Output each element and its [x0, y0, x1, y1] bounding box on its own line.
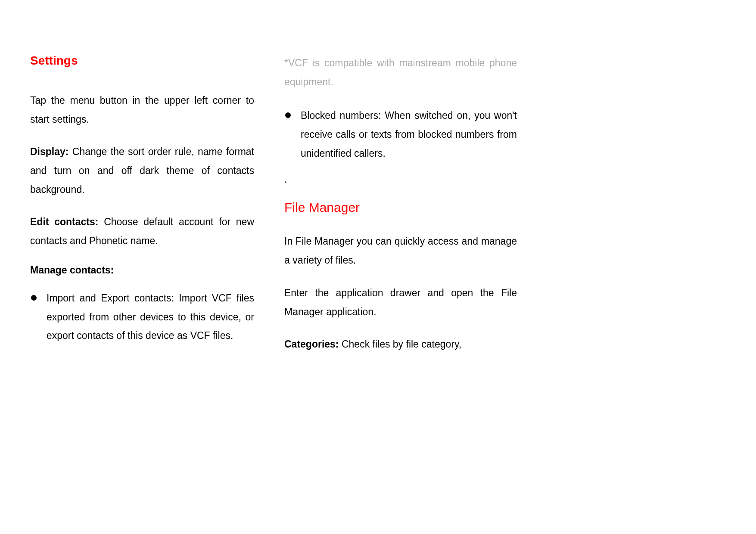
list-item-import-export: Import and Export contacts: Import VCF f…	[30, 289, 254, 345]
vcf-note-text: *VCF is compatible with mainstream mobil…	[284, 54, 517, 91]
right-column: *VCF is compatible with mainstream mobil…	[284, 54, 517, 534]
edit-contacts-label: Edit contacts:	[30, 216, 104, 227]
categories-paragraph: Categories: Check files by file category…	[284, 335, 517, 354]
file-manager-intro-text: In File Manager you can quickly access a…	[284, 232, 517, 270]
settings-intro-text: Tap the menu button in the upper left co…	[30, 91, 254, 129]
display-paragraph: Display: Change the sort order rule, nam…	[30, 143, 254, 199]
display-label: Display:	[30, 146, 72, 157]
file-manager-heading: File Manager	[284, 200, 517, 215]
blocked-numbers-list: Blocked numbers: When switched on, you w…	[284, 106, 517, 163]
file-manager-enter-text: Enter the application drawer and open th…	[284, 284, 517, 321]
edit-contacts-paragraph: Edit contacts: Choose default account fo…	[30, 213, 254, 250]
dot-separator: ·	[284, 176, 517, 187]
manage-contacts-list: Import and Export contacts: Import VCF f…	[30, 289, 254, 345]
settings-heading: Settings	[30, 54, 254, 68]
categories-label: Categories:	[284, 338, 342, 350]
categories-text: Check files by file category,	[342, 338, 461, 350]
left-column: Settings Tap the menu button in the uppe…	[30, 54, 254, 534]
manage-contacts-heading: Manage contacts:	[30, 264, 254, 276]
list-item-blocked-numbers: Blocked numbers: When switched on, you w…	[284, 106, 517, 163]
